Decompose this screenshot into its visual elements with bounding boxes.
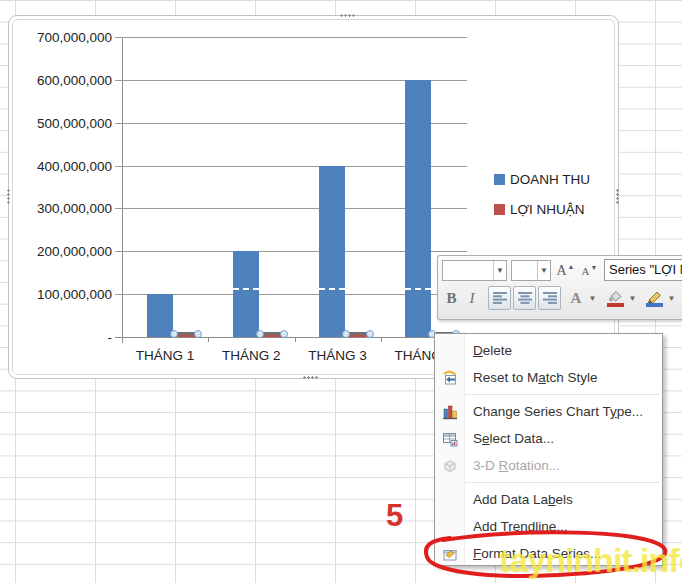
pencil-icon [646,290,663,303]
context-menu: Delete Reset to Match Style [434,333,663,566]
legend-label: LỢI NHUẬN [510,202,585,217]
font-size-combo[interactable]: ▼ [511,260,551,281]
x-axis-tick [381,337,382,342]
menu-item-add-data-labels[interactable]: Add Data Labels [435,486,662,513]
bar-gridline-dash [405,288,431,290]
align-center-icon [518,292,532,304]
align-left-icon [493,292,507,304]
selection-handle[interactable] [256,330,264,338]
format-series-icon [435,546,464,562]
font-color-dropdown[interactable]: ▼ [587,286,598,310]
step-number-annotation: 5 [386,498,403,534]
fill-color-button[interactable] [604,286,626,310]
x-axis-tick [208,337,209,342]
y-axis-label: 400,000,000 [20,158,112,173]
fill-color-dropdown[interactable]: ▼ [627,286,638,310]
legend-item-loi-nhuan[interactable]: LỢI NHUẬN [494,202,585,217]
menu-item-select-data[interactable]: Select Data... [435,425,662,452]
fill-color-swatch [607,303,624,307]
watermark-text: tayninhit.info [499,541,682,580]
menu-item-reset-to-match-style[interactable]: Reset to Match Style [435,364,662,391]
x-axis-category-label: THÁNG 1 [123,348,207,363]
legend-swatch-red [494,204,505,215]
menu-item-add-trendline[interactable]: Add Trendline... [435,513,662,540]
legend-swatch-blue [494,174,505,185]
bar-gridline-dash [319,288,345,290]
reset-style-icon [435,370,464,386]
x-axis-tick [295,337,296,342]
outline-color-dropdown[interactable]: ▼ [666,286,677,310]
select-data-icon [435,431,464,447]
italic-button[interactable]: I [464,286,480,310]
y-axis-label: 600,000,000 [20,72,112,87]
y-axis-label: 100,000,000 [20,287,112,302]
selection-handle[interactable] [366,330,374,338]
y-axis-label: 200,000,000 [20,244,112,259]
menu-item-change-series-chart-type[interactable]: Change Series Chart Type... [435,398,662,425]
bar-doanh-thu[interactable] [405,80,431,337]
chevron-down-icon[interactable]: ▼ [537,261,550,280]
selection-handle[interactable] [280,330,288,338]
cube-icon [435,458,464,474]
align-left-button[interactable] [488,286,511,310]
bold-label: B [446,290,456,307]
shrink-font-label: A [582,265,590,277]
y-axis-label: 500,000,000 [20,115,112,130]
shrink-font-button[interactable]: A▼ [579,260,600,281]
align-right-button[interactable] [538,286,561,310]
caret-down-icon: ▼ [591,264,598,271]
caret-up-icon: ▲ [568,263,575,270]
grow-font-button[interactable]: A▲ [555,260,576,281]
align-center-button[interactable] [513,286,536,310]
bar-gridline-dash [233,288,259,290]
x-axis-category-label: THÁNG 2 [209,348,293,363]
selection-handle[interactable] [194,330,202,338]
chart-element-value: Series "LỢI N [609,262,682,277]
y-axis-label: 700,000,000 [20,30,112,45]
x-axis-category-label: THÁNG 3 [296,348,380,363]
menu-item-3d-rotation: 3-D Rotation... [435,452,662,479]
italic-label: I [470,290,475,307]
chart-elements-box[interactable]: Series "LỢI N [604,259,682,281]
x-axis-tick [122,337,123,342]
font-color-button[interactable]: A [566,286,586,310]
bold-button[interactable]: B [442,286,461,310]
bar-doanh-thu[interactable] [233,251,259,337]
menu-separator [438,391,659,398]
font-name-combo[interactable]: ▼ [442,260,507,281]
y-axis-label: 300,000,000 [20,201,112,216]
y-axis-line [122,37,123,343]
legend-item-doanh-thu[interactable]: DOANH THU [494,172,590,187]
chevron-down-icon[interactable]: ▼ [493,261,506,280]
bar-doanh-thu[interactable] [147,294,173,337]
legend-label: DOANH THU [510,172,590,187]
outline-color-button[interactable] [643,286,665,310]
plot-gridline [115,37,467,38]
menu-item-delete[interactable]: Delete [435,337,662,364]
x-axis-line [115,337,467,338]
grow-font-label: A [556,263,566,279]
excel-worksheet: DOANH THU LỢI NHUẬN 700,000,000600,000,0… [0,0,682,583]
selection-handle[interactable] [342,330,350,338]
align-right-icon [543,292,557,304]
menu-separator [438,479,659,486]
chart-type-icon [435,404,464,420]
y-axis-label: - [20,330,112,345]
paint-bucket-icon [607,290,624,303]
mini-toolbar: ▼ ▼ A▲ A▼ Series "LỢI N B I A ▼ [437,255,682,320]
selection-handle[interactable] [170,330,178,338]
bar-doanh-thu[interactable] [319,166,345,337]
outline-color-swatch [646,303,663,307]
